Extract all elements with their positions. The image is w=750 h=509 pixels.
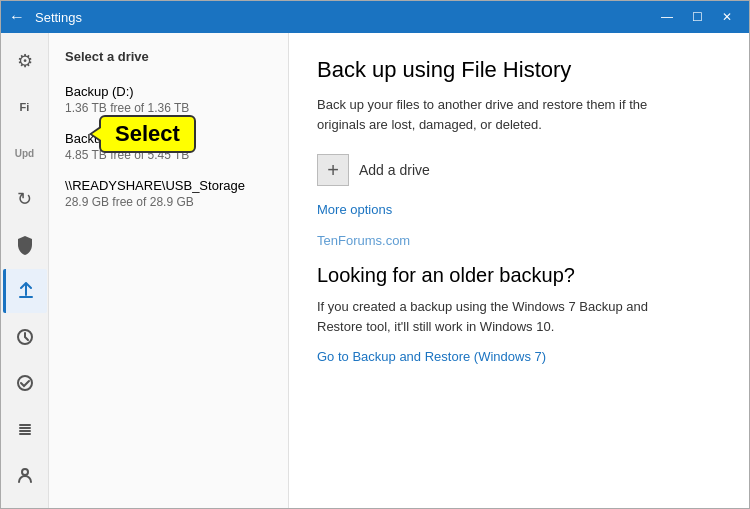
main-title: Back up using File History [317, 57, 721, 83]
svg-rect-6 [19, 433, 31, 435]
add-icon: + [317, 154, 349, 186]
sidebar-item-shield[interactable] [3, 223, 47, 267]
sidebar-item-settings[interactable]: ⚙ [3, 39, 47, 83]
main-panel: Back up using File History Back up your … [289, 33, 749, 508]
select-callout: Select [99, 115, 196, 153]
sidebar-item-tools[interactable] [3, 407, 47, 451]
sidebar-item-update[interactable]: Upd [3, 131, 47, 175]
drive-name: \\READYSHARE\USB_Storage [65, 178, 272, 193]
close-button[interactable]: ✕ [713, 3, 741, 31]
watermark: TenForums.com [317, 233, 721, 248]
window-controls: — ☐ ✕ [653, 3, 741, 31]
titlebar: ← Settings — ☐ ✕ [1, 1, 749, 33]
drive-detail: 28.9 GB free of 28.9 GB [65, 195, 272, 209]
sidebar-item-person[interactable] [3, 453, 47, 497]
add-drive-label: Add a drive [359, 162, 430, 178]
drive-item[interactable]: \\READYSHARE\USB_Storage 28.9 GB free of… [49, 170, 288, 217]
svg-rect-5 [19, 430, 31, 432]
sidebar-item-backup[interactable] [3, 269, 47, 313]
more-options-link[interactable]: More options [317, 202, 721, 217]
window-title: Settings [35, 10, 653, 25]
sidebar-item-sync[interactable]: ↻ [3, 177, 47, 221]
backup-restore-link[interactable]: Go to Backup and Restore (Windows 7) [317, 349, 546, 364]
main-description: Back up your files to another drive and … [317, 95, 697, 134]
older-backup-desc: If you created a backup using the Window… [317, 297, 697, 336]
minimize-button[interactable]: — [653, 3, 681, 31]
sidebar-icons: ⚙ Fi Upd ↻ [1, 33, 49, 508]
drive-panel: Select a drive Backup (D:) 1.36 TB free … [49, 33, 289, 508]
drive-item[interactable]: Backup (E:) 4.85 TB free of 5.45 TB Sele… [49, 123, 288, 170]
drive-detail: 1.36 TB free of 1.36 TB [65, 101, 272, 115]
svg-rect-0 [19, 296, 33, 298]
svg-point-7 [22, 469, 28, 475]
older-backup-title: Looking for an older backup? [317, 264, 721, 287]
maximize-button[interactable]: ☐ [683, 3, 711, 31]
sidebar-item-check[interactable] [3, 361, 47, 405]
svg-rect-4 [19, 424, 31, 426]
drive-name: Backup (D:) [65, 84, 272, 99]
sidebar-item-find[interactable]: Fi [3, 85, 47, 129]
back-button[interactable]: ← [9, 8, 25, 26]
drive-panel-title: Select a drive [49, 45, 288, 76]
settings-window: ← Settings — ☐ ✕ ⚙ Fi Upd ↻ [0, 0, 750, 509]
sidebar-item-history[interactable] [3, 315, 47, 359]
svg-rect-3 [19, 427, 31, 429]
content-area: ⚙ Fi Upd ↻ [1, 33, 749, 508]
add-drive-button[interactable]: + Add a drive [317, 154, 721, 186]
